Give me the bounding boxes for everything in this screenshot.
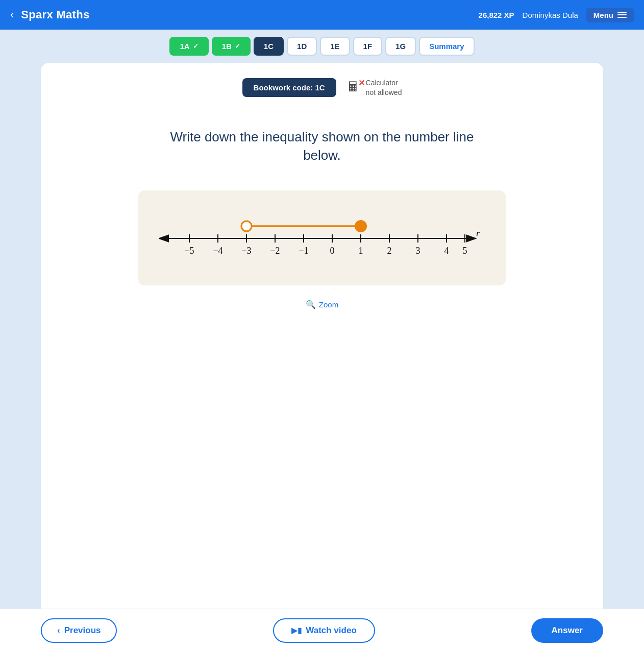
zoom-button[interactable]: 🔍 Zoom [71,300,573,309]
no-calc-icon: ✕ [358,78,365,88]
svg-text:2: 2 [387,246,392,256]
tab-1G-label: 1G [395,42,406,51]
svg-text:1: 1 [359,246,363,256]
prev-arrow-icon: ‹ [57,625,60,636]
svg-text:3: 3 [416,246,420,256]
check-icon-1B: ✓ [235,42,240,50]
tab-1E-label: 1E [330,42,339,51]
info-row: Bookwork code: 1C 🖩 ✕ Calculatornot allo… [71,78,573,97]
app-title: Sparx Maths [21,8,89,21]
user-name: Dominykas Dula [523,11,578,19]
video-icon: ▶▮ [291,626,302,635]
back-button[interactable]: ‹ [10,8,14,21]
tab-summary[interactable]: Summary [419,37,474,56]
bookwork-badge: Bookwork code: 1C [242,78,336,97]
svg-text:−5: −5 [184,246,194,256]
svg-point-27 [241,221,252,231]
tab-bar: 1A ✓ 1B ✓ 1C 1D 1E 1F 1G Summary [0,30,644,63]
previous-button[interactable]: ‹ Previous [41,618,117,643]
watch-video-label: Watch video [306,625,357,636]
zoom-icon: 🔍 [306,300,316,309]
svg-point-28 [355,221,366,232]
diagram-container: −5 −4 −3 −2 −1 0 1 2 3 4 5 r [138,190,506,285]
svg-text:−4: −4 [213,246,222,256]
number-line-svg: −5 −4 −3 −2 −1 0 1 2 3 4 5 r [159,209,485,265]
tab-1D[interactable]: 1D [287,37,317,56]
svg-text:−3: −3 [241,246,251,256]
number-line-graphic[interactable]: −5 −4 −3 −2 −1 0 1 2 3 4 5 r [159,209,485,265]
svg-text:−1: −1 [299,246,308,256]
hamburger-icon [617,12,627,18]
tab-1B[interactable]: 1B ✓ [212,37,251,56]
tab-1F[interactable]: 1F [353,37,383,56]
top-bar: ‹ Sparx Maths 26,822 XP Dominykas Dula M… [0,0,644,30]
calculator-label: Calculatornot allowed [366,78,402,96]
menu-button[interactable]: Menu [586,8,634,22]
xp-display: 26,822 XP [479,11,514,19]
main-card: Bookwork code: 1C 🖩 ✕ Calculatornot allo… [41,63,603,624]
calculator-info: 🖩 ✕ Calculatornot allowed [346,78,402,96]
svg-text:0: 0 [330,246,335,256]
tab-1A-label: 1A [180,42,189,51]
answer-label: Answer [552,625,583,635]
tab-1F-label: 1F [363,42,373,51]
question-text: Write down the inequality shown on the n… [71,128,573,165]
answer-button[interactable]: Answer [531,618,603,643]
tab-1D-label: 1D [297,42,307,51]
tab-1C[interactable]: 1C [254,37,284,56]
svg-text:−2: −2 [270,246,280,256]
calculator-icon-wrap: 🖩 ✕ [346,80,362,95]
tab-1B-label: 1B [222,42,232,51]
header-right: 26,822 XP Dominykas Dula Menu [479,8,634,22]
zoom-label: Zoom [319,300,338,309]
svg-text:5: 5 [463,246,467,256]
menu-label: Menu [593,11,613,19]
watch-video-button[interactable]: ▶▮ Watch video [273,618,375,643]
bottom-bar: ‹ Previous ▶▮ Watch video Answer [0,609,644,652]
svg-text:4: 4 [444,246,449,256]
tab-1E[interactable]: 1E [320,37,350,56]
tab-1C-label: 1C [264,42,274,51]
previous-label: Previous [64,625,101,636]
tab-1A[interactable]: 1A ✓ [169,37,208,56]
check-icon-1A: ✓ [193,42,199,50]
svg-text:r: r [476,228,480,238]
tab-1G[interactable]: 1G [385,37,416,56]
tab-summary-label: Summary [429,42,464,51]
